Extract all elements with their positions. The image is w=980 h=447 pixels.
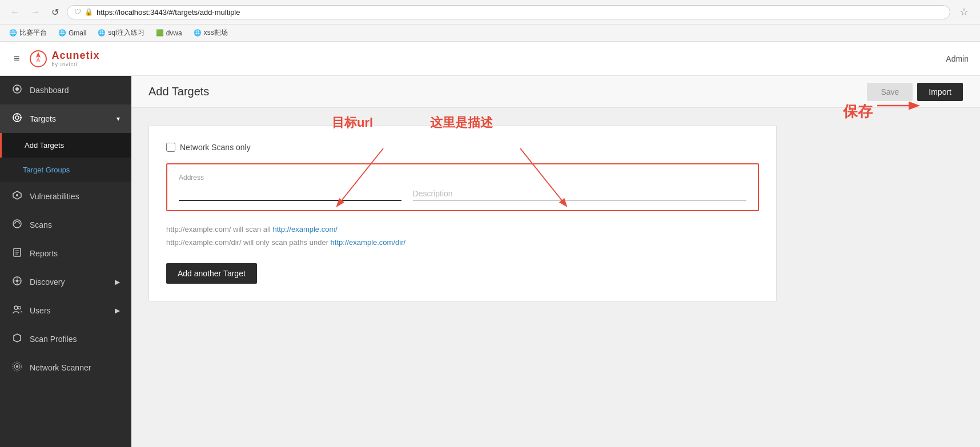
- targets-chevron-icon: ▾: [117, 115, 120, 123]
- sidebar: Dashboard Targets ▾ Add Targets Target G…: [0, 76, 131, 447]
- content-body: Network Scans only Address: [131, 108, 980, 319]
- users-chevron-icon: ▶: [115, 307, 120, 315]
- sidebar-item-network-scanner[interactable]: Network Scanner: [0, 353, 131, 382]
- sidebar-label-network-scanner: Network Scanner: [30, 363, 120, 372]
- svg-point-4: [15, 116, 19, 119]
- sidebar-label-targets: Targets: [30, 114, 110, 123]
- logo-text: Acunetix by Invicti: [52, 50, 100, 67]
- sidebar-item-targets[interactable]: Targets ▾: [0, 104, 131, 133]
- url-text: https://localhost:3443/#/targets/add-mul…: [97, 8, 240, 17]
- header-actions: Save Import: [867, 83, 963, 101]
- bookmark-label: Gmail: [69, 29, 86, 37]
- bookmark-label: xss靶场: [204, 28, 228, 38]
- example-line2-link[interactable]: http://example.com/dir/: [331, 238, 406, 247]
- app-container: ≡ Acunetix by Invicti Admin: [0, 42, 980, 447]
- sidebar-item-vulnerabilities[interactable]: Vulnerabilities: [0, 182, 131, 211]
- vulnerabilities-icon: [11, 190, 23, 203]
- reload-button[interactable]: ↺: [48, 6, 62, 19]
- logo-sub-text: by Invicti: [52, 62, 100, 67]
- svg-point-2: [15, 87, 19, 91]
- address-input[interactable]: [179, 186, 401, 201]
- bookmark-label: sql注入练习: [108, 28, 144, 38]
- sidebar-item-dashboard[interactable]: Dashboard: [0, 76, 131, 104]
- save-button[interactable]: Save: [867, 83, 913, 101]
- users-icon: [11, 304, 23, 317]
- bookmarks-bar: 🌐 比赛平台 🌐 Gmail 🌐 sql注入练习 🟩 dvwa 🌐 xss靶场: [0, 24, 980, 41]
- app-header: ≡ Acunetix by Invicti Admin: [0, 42, 980, 76]
- sidebar-item-scans[interactable]: Scans: [0, 211, 131, 239]
- sidebar-label-users: Users: [30, 306, 108, 315]
- bookmark-icon: 🟩: [156, 29, 164, 37]
- url-annotation-text: 目标url: [332, 114, 373, 131]
- back-button[interactable]: ←: [7, 6, 23, 18]
- security-icon: 🛡: [74, 8, 81, 16]
- address-input-group: [179, 186, 401, 201]
- example-text: http://example.com/ will scan all http:/…: [166, 223, 759, 249]
- sidebar-label-discovery: Discovery: [30, 277, 108, 287]
- sidebar-item-users[interactable]: Users ▶: [0, 296, 131, 325]
- network-scans-row: Network Scans only: [166, 143, 759, 152]
- description-input[interactable]: [413, 187, 746, 201]
- page-title: Add Targets: [148, 85, 209, 98]
- bookmark-label: dvwa: [166, 29, 182, 37]
- sidebar-item-reports[interactable]: Reports: [0, 239, 131, 268]
- example-line1-text: http://example.com/ will scan all: [166, 225, 272, 233]
- header-user-label: Admin: [946, 54, 969, 63]
- description-input-group: [413, 187, 746, 201]
- annotations-wrapper: Network Scans only Address: [166, 143, 759, 284]
- lock-icon: 🔒: [85, 8, 93, 16]
- bookmark-gmail[interactable]: 🌐 Gmail: [56, 28, 89, 38]
- bookmark-dvwa[interactable]: 🟩 dvwa: [154, 28, 184, 38]
- address-bar: 🛡 🔒 https://localhost:3443/#/targets/add…: [67, 5, 950, 19]
- scan-profiles-icon: [11, 333, 23, 345]
- sidebar-label-reports: Reports: [30, 249, 120, 258]
- sidebar-item-add-targets[interactable]: Add Targets: [0, 133, 131, 158]
- annotation-text-row: 目标url 这里是描述: [332, 114, 493, 131]
- menu-toggle-button[interactable]: ≡: [11, 50, 22, 67]
- dashboard-icon: [11, 84, 23, 96]
- svg-point-9: [16, 194, 18, 196]
- main-layout: Dashboard Targets ▾ Add Targets Target G…: [0, 76, 980, 447]
- svg-point-19: [14, 306, 18, 309]
- scans-icon: [11, 219, 23, 231]
- svg-point-3: [13, 114, 21, 122]
- target-inputs: [179, 186, 746, 201]
- bookmark-icon: 🌐: [58, 29, 66, 37]
- discovery-icon: [11, 276, 23, 288]
- target-row: Address: [166, 163, 759, 211]
- example-line-2: http://example.com/dir/ will only scan p…: [166, 236, 759, 249]
- browser-chrome: ← → ↺ 🛡 🔒 https://localhost:3443/#/targe…: [0, 0, 980, 42]
- bookmark-label: 比赛平台: [19, 28, 47, 38]
- address-label: Address: [179, 174, 746, 182]
- sidebar-item-discovery[interactable]: Discovery ▶: [0, 268, 131, 296]
- bookmark-bisaipingtai[interactable]: 🌐 比赛平台: [7, 27, 49, 39]
- acunetix-logo-icon: [29, 50, 47, 68]
- svg-point-20: [18, 307, 21, 309]
- sidebar-label-add-targets: Add Targets: [25, 141, 64, 150]
- bookmark-sql[interactable]: 🌐 sql注入练习: [95, 27, 146, 39]
- logo-main-text: Acunetix: [52, 50, 100, 62]
- add-targets-card: Network Scans only Address: [148, 125, 777, 301]
- page-header: Add Targets Save Import: [131, 76, 980, 108]
- sidebar-item-target-groups[interactable]: Target Groups: [0, 158, 131, 182]
- sidebar-item-scan-profiles[interactable]: Scan Profiles: [0, 325, 131, 353]
- network-scanner-icon: [11, 361, 23, 374]
- svg-point-10: [13, 220, 21, 228]
- sidebar-submenu-targets: Add Targets Target Groups: [0, 133, 131, 182]
- sidebar-label-dashboard: Dashboard: [30, 86, 120, 95]
- add-another-target-button[interactable]: Add another Target: [166, 263, 257, 284]
- example-line2-text: http://example.com/dir/ will only scan p…: [166, 238, 331, 247]
- network-scans-label[interactable]: Network Scans only: [180, 143, 251, 152]
- forward-button[interactable]: →: [27, 6, 43, 18]
- bookmark-xss[interactable]: 🌐 xss靶场: [191, 27, 230, 39]
- sidebar-label-scan-profiles: Scan Profiles: [30, 335, 120, 344]
- logo-area: Acunetix by Invicti: [29, 50, 100, 68]
- example-line1-link[interactable]: http://example.com/: [272, 225, 337, 233]
- discovery-chevron-icon: ▶: [115, 278, 120, 286]
- network-scans-checkbox[interactable]: [166, 143, 175, 152]
- bookmark-star-button[interactable]: ☆: [955, 5, 973, 19]
- targets-icon: [11, 112, 23, 125]
- browser-toolbar: ← → ↺ 🛡 🔒 https://localhost:3443/#/targe…: [0, 0, 980, 24]
- import-button[interactable]: Import: [917, 83, 963, 101]
- sidebar-label-scans: Scans: [30, 220, 120, 229]
